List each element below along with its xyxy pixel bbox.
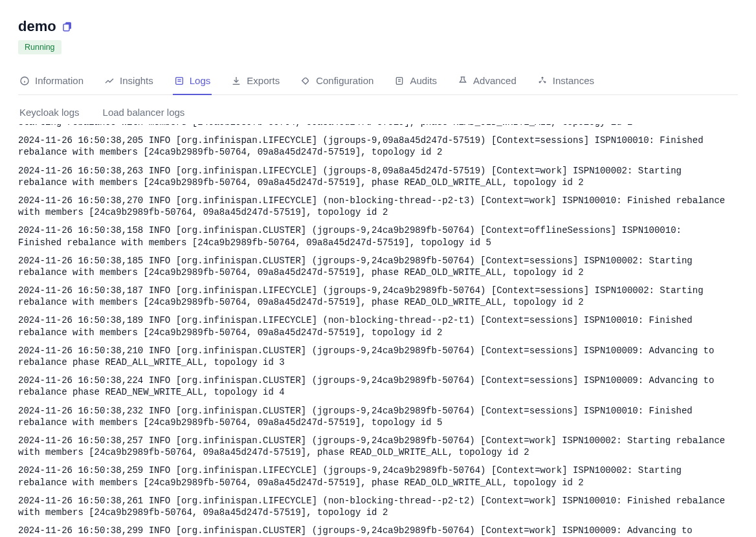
log-line: 2024-11-26 16:50:38,158 INFO [org.infini… [18, 225, 730, 248]
tab-label-instances: Instances [553, 75, 594, 86]
log-line: 2024-11-26 16:50:38,232 INFO [org.infini… [18, 405, 730, 428]
log-line: 2024-11-26 16:50:38,257 INFO [org.infini… [18, 435, 730, 458]
log-line: Starting rebalance with members [24ca9b2… [18, 124, 730, 128]
tab-insights[interactable]: Insights [103, 69, 155, 95]
tab-exports[interactable]: Exports [230, 69, 281, 95]
tab-label-logs: Logs [190, 75, 211, 86]
log-subtabs: Keycloak logs Load balancer logs [18, 107, 738, 118]
subtab-keycloak-logs[interactable]: Keycloak logs [19, 107, 80, 118]
log-line: 2024-11-26 16:50:38,263 INFO [org.infini… [18, 165, 730, 188]
tab-label-exports: Exports [247, 75, 280, 86]
log-line: 2024-11-26 16:50:38,224 INFO [org.infini… [18, 375, 730, 398]
page-title: demo [18, 18, 56, 35]
log-line: 2024-11-26 16:50:38,261 INFO [org.infini… [18, 495, 730, 518]
status-badge: Running [18, 40, 61, 54]
tab-label-insights: Insights [120, 75, 153, 86]
copy-icon[interactable] [61, 21, 73, 32]
log-line: 2024-11-26 16:50:38,205 INFO [org.infini… [18, 135, 730, 158]
log-line: 2024-11-26 16:50:38,185 INFO [org.infini… [18, 255, 730, 278]
subtab-load-balancer-logs[interactable]: Load balancer logs [103, 107, 185, 118]
log-line: 2024-11-26 16:50:38,187 INFO [org.infini… [18, 285, 730, 308]
tab-logs[interactable]: Logs [173, 69, 212, 95]
svg-point-12 [541, 76, 543, 78]
main-tabs: Information Insights Logs Exports Config… [18, 69, 738, 95]
log-line: 2024-11-26 16:50:38,210 INFO [org.infini… [18, 345, 730, 368]
tab-instances[interactable]: Instances [536, 69, 595, 95]
log-line: 2024-11-26 16:50:38,299 INFO [org.infini… [18, 525, 730, 537]
svg-rect-1 [63, 24, 69, 31]
tab-label-audits: Audits [410, 75, 437, 86]
log-line: 2024-11-26 16:50:38,270 INFO [org.infini… [18, 195, 730, 218]
tab-advanced[interactable]: Advanced [456, 69, 518, 95]
tab-label-information: Information [35, 75, 83, 86]
tab-audits[interactable]: Audits [393, 69, 438, 95]
log-line: 2024-11-26 16:50:38,189 INFO [org.infini… [18, 314, 730, 338]
tab-label-configuration: Configuration [316, 75, 373, 86]
log-line: 2024-11-26 16:50:38,259 INFO [org.infini… [18, 465, 730, 488]
tab-configuration[interactable]: Configuration [299, 69, 375, 95]
tab-label-advanced: Advanced [473, 75, 517, 86]
tab-information[interactable]: Information [18, 69, 85, 95]
log-output[interactable]: Starting rebalance with members [24ca9b2… [18, 124, 738, 537]
